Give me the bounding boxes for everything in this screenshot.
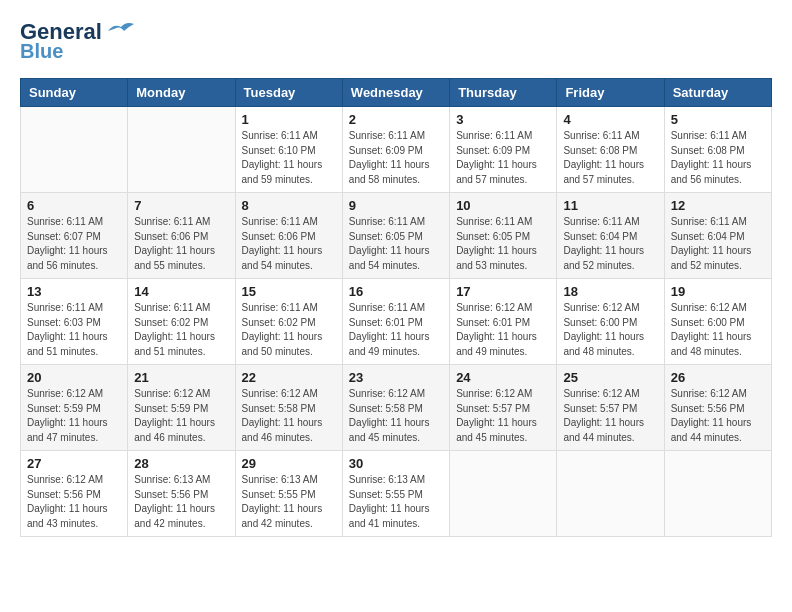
weekday-header: Wednesday xyxy=(342,79,449,107)
day-number: 18 xyxy=(563,284,657,299)
calendar-week-row: 27Sunrise: 6:12 AM Sunset: 5:56 PM Dayli… xyxy=(21,451,772,537)
calendar-cell: 25Sunrise: 6:12 AM Sunset: 5:57 PM Dayli… xyxy=(557,365,664,451)
day-number: 14 xyxy=(134,284,228,299)
day-number: 27 xyxy=(27,456,121,471)
calendar-cell xyxy=(21,107,128,193)
calendar-cell: 8Sunrise: 6:11 AM Sunset: 6:06 PM Daylig… xyxy=(235,193,342,279)
day-number: 9 xyxy=(349,198,443,213)
day-info: Sunrise: 6:12 AM Sunset: 5:57 PM Dayligh… xyxy=(456,387,550,445)
day-number: 5 xyxy=(671,112,765,127)
calendar-body: 1Sunrise: 6:11 AM Sunset: 6:10 PM Daylig… xyxy=(21,107,772,537)
day-number: 28 xyxy=(134,456,228,471)
weekday-header: Tuesday xyxy=(235,79,342,107)
calendar-cell xyxy=(450,451,557,537)
calendar-cell: 3Sunrise: 6:11 AM Sunset: 6:09 PM Daylig… xyxy=(450,107,557,193)
day-info: Sunrise: 6:13 AM Sunset: 5:55 PM Dayligh… xyxy=(242,473,336,531)
day-number: 6 xyxy=(27,198,121,213)
calendar-cell: 10Sunrise: 6:11 AM Sunset: 6:05 PM Dayli… xyxy=(450,193,557,279)
day-number: 26 xyxy=(671,370,765,385)
day-info: Sunrise: 6:11 AM Sunset: 6:06 PM Dayligh… xyxy=(134,215,228,273)
day-info: Sunrise: 6:11 AM Sunset: 6:05 PM Dayligh… xyxy=(456,215,550,273)
day-number: 19 xyxy=(671,284,765,299)
day-info: Sunrise: 6:11 AM Sunset: 6:04 PM Dayligh… xyxy=(671,215,765,273)
day-number: 29 xyxy=(242,456,336,471)
calendar-cell: 14Sunrise: 6:11 AM Sunset: 6:02 PM Dayli… xyxy=(128,279,235,365)
calendar-cell: 1Sunrise: 6:11 AM Sunset: 6:10 PM Daylig… xyxy=(235,107,342,193)
calendar-cell: 9Sunrise: 6:11 AM Sunset: 6:05 PM Daylig… xyxy=(342,193,449,279)
day-number: 23 xyxy=(349,370,443,385)
day-number: 10 xyxy=(456,198,550,213)
day-info: Sunrise: 6:12 AM Sunset: 5:58 PM Dayligh… xyxy=(349,387,443,445)
calendar-cell: 5Sunrise: 6:11 AM Sunset: 6:08 PM Daylig… xyxy=(664,107,771,193)
day-number: 3 xyxy=(456,112,550,127)
calendar-cell: 2Sunrise: 6:11 AM Sunset: 6:09 PM Daylig… xyxy=(342,107,449,193)
calendar-cell: 26Sunrise: 6:12 AM Sunset: 5:56 PM Dayli… xyxy=(664,365,771,451)
day-number: 12 xyxy=(671,198,765,213)
day-number: 30 xyxy=(349,456,443,471)
day-number: 16 xyxy=(349,284,443,299)
calendar-cell: 13Sunrise: 6:11 AM Sunset: 6:03 PM Dayli… xyxy=(21,279,128,365)
calendar-cell: 18Sunrise: 6:12 AM Sunset: 6:00 PM Dayli… xyxy=(557,279,664,365)
day-number: 17 xyxy=(456,284,550,299)
weekday-header: Friday xyxy=(557,79,664,107)
day-info: Sunrise: 6:12 AM Sunset: 5:58 PM Dayligh… xyxy=(242,387,336,445)
weekday-header: Sunday xyxy=(21,79,128,107)
calendar-cell: 24Sunrise: 6:12 AM Sunset: 5:57 PM Dayli… xyxy=(450,365,557,451)
calendar-week-row: 20Sunrise: 6:12 AM Sunset: 5:59 PM Dayli… xyxy=(21,365,772,451)
page-header: General Blue xyxy=(20,20,772,62)
calendar-cell: 12Sunrise: 6:11 AM Sunset: 6:04 PM Dayli… xyxy=(664,193,771,279)
day-info: Sunrise: 6:11 AM Sunset: 6:05 PM Dayligh… xyxy=(349,215,443,273)
day-info: Sunrise: 6:11 AM Sunset: 6:02 PM Dayligh… xyxy=(242,301,336,359)
day-info: Sunrise: 6:12 AM Sunset: 5:59 PM Dayligh… xyxy=(27,387,121,445)
calendar-cell xyxy=(557,451,664,537)
day-number: 25 xyxy=(563,370,657,385)
weekday-header: Monday xyxy=(128,79,235,107)
day-info: Sunrise: 6:11 AM Sunset: 6:04 PM Dayligh… xyxy=(563,215,657,273)
calendar-cell: 27Sunrise: 6:12 AM Sunset: 5:56 PM Dayli… xyxy=(21,451,128,537)
day-info: Sunrise: 6:11 AM Sunset: 6:09 PM Dayligh… xyxy=(456,129,550,187)
calendar-cell: 15Sunrise: 6:11 AM Sunset: 6:02 PM Dayli… xyxy=(235,279,342,365)
day-info: Sunrise: 6:11 AM Sunset: 6:09 PM Dayligh… xyxy=(349,129,443,187)
day-info: Sunrise: 6:11 AM Sunset: 6:08 PM Dayligh… xyxy=(671,129,765,187)
weekday-header: Thursday xyxy=(450,79,557,107)
calendar-cell xyxy=(664,451,771,537)
day-info: Sunrise: 6:11 AM Sunset: 6:02 PM Dayligh… xyxy=(134,301,228,359)
logo-blue-text: Blue xyxy=(20,40,63,62)
day-number: 1 xyxy=(242,112,336,127)
calendar-cell: 22Sunrise: 6:12 AM Sunset: 5:58 PM Dayli… xyxy=(235,365,342,451)
calendar-cell: 7Sunrise: 6:11 AM Sunset: 6:06 PM Daylig… xyxy=(128,193,235,279)
day-number: 22 xyxy=(242,370,336,385)
calendar-cell: 11Sunrise: 6:11 AM Sunset: 6:04 PM Dayli… xyxy=(557,193,664,279)
calendar-cell: 30Sunrise: 6:13 AM Sunset: 5:55 PM Dayli… xyxy=(342,451,449,537)
calendar-week-row: 1Sunrise: 6:11 AM Sunset: 6:10 PM Daylig… xyxy=(21,107,772,193)
day-info: Sunrise: 6:11 AM Sunset: 6:10 PM Dayligh… xyxy=(242,129,336,187)
day-info: Sunrise: 6:12 AM Sunset: 5:56 PM Dayligh… xyxy=(27,473,121,531)
day-number: 15 xyxy=(242,284,336,299)
day-info: Sunrise: 6:12 AM Sunset: 5:56 PM Dayligh… xyxy=(671,387,765,445)
weekday-header: Saturday xyxy=(664,79,771,107)
day-info: Sunrise: 6:11 AM Sunset: 6:08 PM Dayligh… xyxy=(563,129,657,187)
calendar-cell: 16Sunrise: 6:11 AM Sunset: 6:01 PM Dayli… xyxy=(342,279,449,365)
calendar-cell: 20Sunrise: 6:12 AM Sunset: 5:59 PM Dayli… xyxy=(21,365,128,451)
day-number: 2 xyxy=(349,112,443,127)
calendar-cell: 23Sunrise: 6:12 AM Sunset: 5:58 PM Dayli… xyxy=(342,365,449,451)
day-info: Sunrise: 6:12 AM Sunset: 6:01 PM Dayligh… xyxy=(456,301,550,359)
logo: General Blue xyxy=(20,20,136,62)
day-info: Sunrise: 6:12 AM Sunset: 5:57 PM Dayligh… xyxy=(563,387,657,445)
day-number: 21 xyxy=(134,370,228,385)
calendar-cell: 29Sunrise: 6:13 AM Sunset: 5:55 PM Dayli… xyxy=(235,451,342,537)
calendar-week-row: 13Sunrise: 6:11 AM Sunset: 6:03 PM Dayli… xyxy=(21,279,772,365)
day-number: 4 xyxy=(563,112,657,127)
day-info: Sunrise: 6:13 AM Sunset: 5:55 PM Dayligh… xyxy=(349,473,443,531)
calendar-cell: 17Sunrise: 6:12 AM Sunset: 6:01 PM Dayli… xyxy=(450,279,557,365)
day-info: Sunrise: 6:11 AM Sunset: 6:07 PM Dayligh… xyxy=(27,215,121,273)
day-info: Sunrise: 6:11 AM Sunset: 6:06 PM Dayligh… xyxy=(242,215,336,273)
calendar-cell: 19Sunrise: 6:12 AM Sunset: 6:00 PM Dayli… xyxy=(664,279,771,365)
day-info: Sunrise: 6:12 AM Sunset: 6:00 PM Dayligh… xyxy=(671,301,765,359)
day-number: 11 xyxy=(563,198,657,213)
calendar-table: SundayMondayTuesdayWednesdayThursdayFrid… xyxy=(20,78,772,537)
day-info: Sunrise: 6:13 AM Sunset: 5:56 PM Dayligh… xyxy=(134,473,228,531)
day-info: Sunrise: 6:12 AM Sunset: 5:59 PM Dayligh… xyxy=(134,387,228,445)
day-info: Sunrise: 6:11 AM Sunset: 6:01 PM Dayligh… xyxy=(349,301,443,359)
calendar-cell: 21Sunrise: 6:12 AM Sunset: 5:59 PM Dayli… xyxy=(128,365,235,451)
